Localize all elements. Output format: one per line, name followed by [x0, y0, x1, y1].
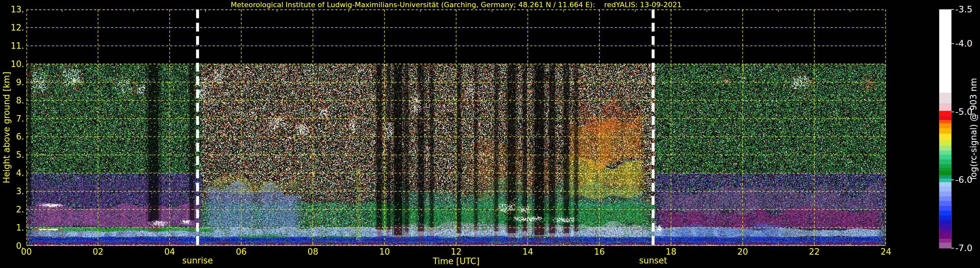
x-tick-label: 16: [581, 247, 617, 257]
colorbar-label: log(rc-signal) @ 903 nm: [969, 78, 978, 180]
x-tick-label: 22: [796, 247, 832, 257]
lidar-heatmap-canvas: [26, 10, 886, 246]
y-tick-label: 2.: [0, 205, 24, 214]
colorbar-tick-label: -4.0: [955, 39, 972, 48]
x-tick-label: 04: [152, 247, 188, 257]
y-tick-label: 12.: [0, 23, 24, 32]
lidar-quicklook-figure: Meteorological Institute of Ludwig-Maxim…: [0, 0, 980, 268]
sunrise-label: sunrise: [162, 255, 234, 265]
chart-title: Meteorological Institute of Ludwig-Maxim…: [26, 1, 886, 9]
y-tick-label: 13.: [0, 5, 24, 14]
y-tick-label: 3.: [0, 187, 24, 196]
x-tick-label: 20: [725, 247, 760, 257]
colorbar-tick-mark: [951, 43, 954, 44]
colorbar-tick-mark: [951, 248, 954, 249]
x-tick-label: 10: [367, 247, 402, 257]
x-tick-label: 00: [8, 247, 44, 257]
x-tick-label: 14: [510, 247, 546, 257]
colorbar-tick-mark: [951, 9, 954, 10]
x-tick-label: 02: [80, 247, 116, 257]
y-tick-label: 1.: [0, 223, 24, 232]
x-tick-label: 18: [653, 247, 689, 257]
colorbar-tick-label: -3.5: [955, 5, 972, 14]
x-tick-label: 06: [223, 247, 259, 257]
colorbar-gradient: [939, 10, 951, 248]
x-tick-label: 12: [438, 247, 474, 257]
y-axis-label: Height above ground [km]: [2, 71, 11, 183]
y-tick-label: 11.: [0, 41, 24, 51]
sunset-label: sunset: [617, 255, 689, 265]
colorbar-tick-label: -7.0: [955, 243, 972, 253]
x-tick-label: 24: [868, 247, 904, 257]
colorbar-tick-mark: [951, 111, 954, 112]
x-tick-label: 08: [295, 247, 331, 257]
x-axis-label: Time [UTC]: [26, 256, 886, 266]
colorbar-tick-mark: [951, 179, 954, 180]
y-tick-label: 10.: [0, 60, 24, 69]
